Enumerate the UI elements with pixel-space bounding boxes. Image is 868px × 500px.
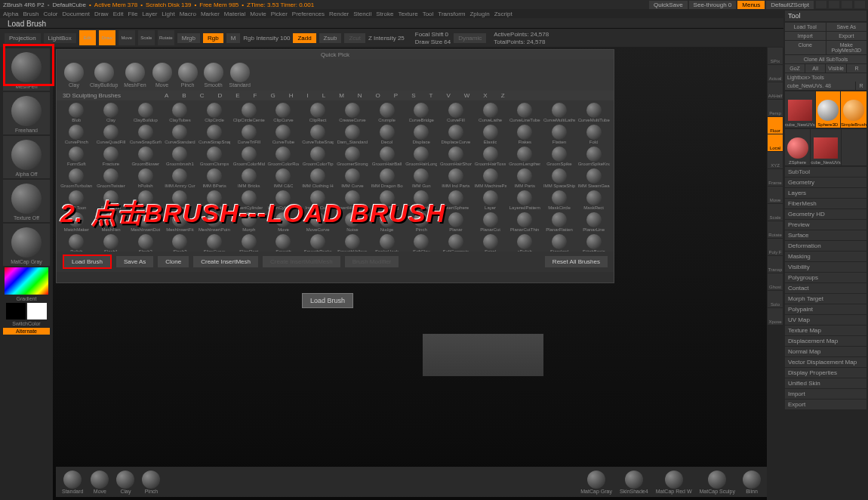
- zadd-button[interactable]: Zadd: [293, 33, 315, 43]
- quicksave-button[interactable]: QuickSave: [649, 1, 688, 9]
- brush-imm-dragon-bo[interactable]: IMM Dragon Bo: [370, 168, 404, 189]
- brush-fold[interactable]: Fold: [577, 124, 611, 145]
- brush-curvemultilathe[interactable]: CurveMultiLathe: [543, 102, 577, 123]
- brush-groomtwister[interactable]: GroomTwister: [94, 168, 128, 189]
- brush-curvestandard[interactable]: CurveStandard: [163, 124, 197, 145]
- lightbox-button[interactable]: LightBox: [44, 33, 76, 43]
- color-picker[interactable]: [5, 267, 48, 295]
- move-button[interactable]: Move: [768, 187, 783, 203]
- brush-groomturbulance[interactable]: GroomTurbulance: [60, 168, 94, 189]
- brush-groomclumps[interactable]: GroomClumps: [198, 146, 232, 167]
- section-fibermesh[interactable]: FiberMesh: [785, 199, 866, 208]
- section-unified-skin[interactable]: Unified Skin: [785, 378, 866, 388]
- rotate-button[interactable]: Rotate: [768, 221, 783, 238]
- brush-blob[interactable]: Blob: [60, 102, 94, 123]
- brush-imm-gun[interactable]: IMM Gun: [405, 168, 439, 189]
- persp-button[interactable]: Persp: [768, 100, 783, 116]
- brush-displace[interactable]: Displace: [405, 124, 439, 145]
- brush-flatten[interactable]: Flatten: [543, 124, 577, 145]
- brush-groomblower[interactable]: GroomBlower: [128, 146, 162, 167]
- left-slot-matcap-gray[interactable]: MatCap Gray: [3, 224, 50, 266]
- shelf-brush-pinch[interactable]: Pinch: [142, 471, 160, 494]
- section-uv-map[interactable]: UV Map: [785, 315, 866, 325]
- left-slot-texture-off[interactable]: Texture Off: [3, 180, 50, 222]
- frame-button[interactable]: Frame: [768, 169, 783, 186]
- brush-curvetubesnap[interactable]: CurveTubeSnap: [301, 124, 335, 145]
- rgb-button[interactable]: Rgb: [203, 33, 223, 43]
- draw-size[interactable]: Draw Size 64: [415, 39, 451, 45]
- section-geometry[interactable]: Geometry: [785, 177, 866, 187]
- brush-groomspike[interactable]: GroomSpike: [543, 146, 577, 167]
- shelf-material-skinshade4[interactable]: SkinShade4: [620, 471, 648, 494]
- solo-button[interactable]: Solo: [768, 291, 783, 307]
- brush-slash2[interactable]: Slash2: [128, 233, 162, 252]
- brush-slicerect[interactable]: SliceRect: [232, 233, 266, 252]
- make-polymesh-button[interactable]: Make PolyMesh3D: [826, 41, 867, 54]
- menu-stencil[interactable]: Stencil: [353, 11, 371, 17]
- arrow-icon[interactable]: [816, 1, 826, 8]
- tool-thumb[interactable]: ZSphere: [785, 129, 810, 165]
- brush-curvetrifill[interactable]: CurveTriFill: [232, 124, 266, 145]
- brush-smoothvalleys[interactable]: SmoothValleys: [336, 233, 370, 252]
- brush-claytubes[interactable]: ClayTubes: [163, 102, 197, 123]
- section-morph-target[interactable]: Morph Target: [785, 294, 866, 304]
- alpha-filter-a[interactable]: A: [165, 92, 168, 99]
- xyz-button[interactable]: XYZ: [768, 152, 783, 168]
- alpha-filter-d[interactable]: D: [217, 92, 222, 99]
- menu-layer[interactable]: Layer: [142, 11, 157, 17]
- alpha-filter-g[interactable]: G: [270, 92, 275, 99]
- brush-spiral[interactable]: Spiral: [473, 233, 507, 252]
- brush-maskrect[interactable]: MaskRect: [577, 190, 611, 211]
- section-surface[interactable]: Surface: [785, 230, 866, 240]
- brush-slash1[interactable]: Slash1: [94, 233, 128, 252]
- goz-button[interactable]: GoZ: [785, 64, 805, 73]
- brush-smoothpeaks[interactable]: SmoothPeaks: [301, 233, 335, 252]
- brush-groomerstrong[interactable]: GroomerStrong: [336, 146, 370, 167]
- menu-marker[interactable]: Marker: [201, 11, 220, 17]
- shelf-material-blinn[interactable]: Blinn: [743, 471, 761, 494]
- brush-imm-parts[interactable]: IMM Parts: [508, 168, 542, 189]
- brush-curvesnapsurfs[interactable]: CurveSnapSurfs: [128, 124, 162, 145]
- clone-subtools-button[interactable]: Clone All SubTools: [785, 55, 866, 63]
- menu-brush[interactable]: Brush: [23, 11, 38, 17]
- m-button[interactable]: M: [226, 33, 241, 43]
- brush-imm-armry-cur[interactable]: IMM Armry Cur: [163, 168, 197, 189]
- brush-curvestrapsnap[interactable]: CurveStrapSnap: [198, 124, 232, 145]
- floor-button[interactable]: Floor: [768, 117, 783, 134]
- maximize-icon[interactable]: [842, 1, 852, 8]
- menu-color[interactable]: Color: [43, 11, 57, 17]
- brush-cliprect[interactable]: ClipRect: [301, 102, 335, 123]
- brush-planarflatten[interactable]: PlanarFlatten: [543, 211, 577, 233]
- section-display-properties[interactable]: Display Properties: [785, 368, 866, 378]
- brush-fracture[interactable]: Fracture: [94, 146, 128, 167]
- brush-imm-bricks[interactable]: IMM Bricks: [232, 168, 266, 189]
- alpha-filter-t[interactable]: T: [429, 92, 433, 99]
- brush-imm-curve[interactable]: IMM Curve: [336, 168, 370, 189]
- section-import[interactable]: Import: [785, 389, 866, 399]
- brush-imm-clothing-ho[interactable]: IMM Clothing Ho: [301, 168, 335, 189]
- saveas-brush-button[interactable]: Save As: [116, 256, 153, 267]
- brush-spolish[interactable]: sPolish: [508, 233, 542, 252]
- brush-stitchbasic[interactable]: StitchBasic: [577, 233, 611, 252]
- quickpick-meshfen[interactable]: MeshFen: [124, 63, 146, 88]
- menu-texture[interactable]: Texture: [398, 11, 417, 17]
- brush-slicecurve[interactable]: SliceCurve: [198, 233, 232, 252]
- alpha-filter-z[interactable]: Z: [501, 92, 505, 99]
- alpha-filter-l[interactable]: L: [322, 92, 325, 99]
- brush-creasecurve[interactable]: CreaseCurve: [336, 102, 370, 123]
- xpose-button[interactable]: Xpose: [768, 308, 783, 325]
- section-geometry-hd[interactable]: Geometry HD: [785, 209, 866, 219]
- ghost-button[interactable]: Ghost: [768, 273, 783, 290]
- brush-formsoft[interactable]: FormSoft: [60, 146, 94, 167]
- alpha-filter-p[interactable]: P: [394, 92, 398, 99]
- tool-thumb[interactable]: cube_NewUVs: [811, 129, 841, 165]
- menu-render[interactable]: Render: [329, 11, 349, 17]
- menu-zplugin[interactable]: Zplugin: [469, 11, 489, 17]
- section-displacement-map[interactable]: Displacement Map: [785, 336, 866, 346]
- menu-zscript[interactable]: Zscript: [494, 11, 512, 17]
- menu-edit[interactable]: Edit: [113, 11, 124, 17]
- brush-imm-machinepar[interactable]: IMM MachinePar: [473, 168, 507, 189]
- menu-stroke[interactable]: Stroke: [376, 11, 393, 17]
- menu-transform[interactable]: Transform: [438, 11, 465, 17]
- brush-groomlengthen[interactable]: GroomLengthen: [508, 146, 542, 167]
